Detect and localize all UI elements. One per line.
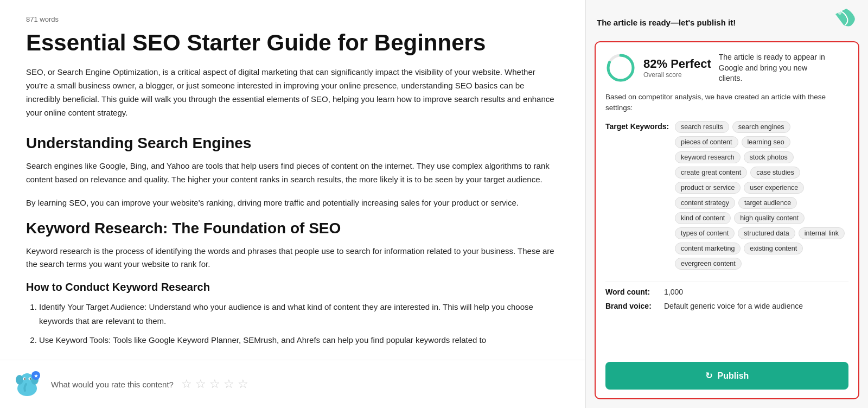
svg-text:★: ★ bbox=[34, 373, 39, 379]
keyword-tag: kind of content bbox=[675, 212, 731, 224]
mascot-icon: ★ bbox=[11, 368, 43, 400]
score-label: Overall score bbox=[643, 71, 711, 79]
brand-voice-label: Brand voice: bbox=[605, 302, 660, 310]
keyword-tag: create great content bbox=[675, 167, 747, 178]
star-2[interactable]: ☆ bbox=[195, 377, 206, 391]
brand-voice-value: Default generic voice for a wide audienc… bbox=[664, 302, 803, 310]
keyword-tag: existing content bbox=[744, 243, 803, 254]
keyword-tag: types of content bbox=[675, 227, 735, 239]
word-count-row: Word count: 1,000 bbox=[605, 288, 848, 296]
score-row: 82% Perfect Overall score The article is… bbox=[605, 52, 848, 84]
svg-point-10 bbox=[838, 11, 841, 15]
divider bbox=[605, 282, 848, 282]
keyword-tag: content strategy bbox=[675, 197, 735, 209]
star-5[interactable]: ☆ bbox=[238, 377, 248, 391]
keyword-tag: search engines bbox=[732, 121, 790, 133]
article-panel: 871 words Essential SEO Starter Guide fo… bbox=[0, 0, 586, 408]
svg-point-6 bbox=[24, 378, 25, 379]
star-3[interactable]: ☆ bbox=[209, 377, 220, 391]
keywords-tags: search resultssearch enginespieces of co… bbox=[675, 121, 848, 270]
article-intro: SEO, or Search Engine Optimization, is a… bbox=[26, 66, 559, 119]
keyword-tag: product or service bbox=[675, 182, 741, 194]
keyword-list: Identify Your Target Audience: Understan… bbox=[26, 300, 559, 347]
keyword-tag: structured data bbox=[738, 227, 795, 239]
svg-point-7 bbox=[30, 378, 31, 379]
score-card: 82% Perfect Overall score The article is… bbox=[595, 41, 859, 399]
section1-para1: Search engines like Google, Bing, and Ya… bbox=[26, 160, 559, 187]
star-rating[interactable]: ☆ ☆ ☆ ☆ ☆ bbox=[181, 377, 248, 391]
section1-para2: By learning SEO, you can improve your we… bbox=[26, 196, 559, 210]
word-count: 871 words bbox=[26, 15, 559, 23]
score-info: 82% Perfect Overall score bbox=[643, 57, 711, 79]
section1-heading: Understanding Search Engines bbox=[26, 135, 559, 152]
star-1[interactable]: ☆ bbox=[181, 377, 192, 391]
banner: The article is ready—let's publish it! bbox=[586, 0, 868, 36]
keyword-tag: search results bbox=[675, 121, 729, 133]
keyword-tag: target audience bbox=[738, 197, 797, 209]
sidebar-panel: The article is ready—let's publish it! 8… bbox=[586, 0, 868, 408]
keyword-tag: content marketing bbox=[675, 243, 741, 254]
section2-para1: Keyword research is the process of ident… bbox=[26, 245, 559, 272]
star-4[interactable]: ☆ bbox=[224, 377, 234, 391]
analysis-intro: Based on competitor analysis, we have cr… bbox=[605, 92, 848, 114]
list-item-2: Use Keyword Tools: Tools like Google Key… bbox=[39, 333, 559, 347]
keywords-label: Target Keywords: bbox=[605, 121, 671, 131]
banner-decoration bbox=[825, 9, 857, 36]
publish-button[interactable]: ↻ Publish bbox=[605, 362, 848, 390]
keyword-tag: keyword research bbox=[675, 151, 741, 163]
publish-label: Publish bbox=[718, 371, 749, 381]
rating-bar: ★ What would you rate this content? ☆ ☆ … bbox=[0, 360, 585, 408]
section2-heading: Keyword Research: The Foundation of SEO bbox=[26, 220, 559, 237]
banner-text: The article is ready—let's publish it! bbox=[597, 18, 736, 27]
keyword-tag: pieces of content bbox=[675, 136, 738, 148]
rating-prompt: What would you rate this content? bbox=[51, 380, 174, 389]
keywords-row: Target Keywords: search resultssearch en… bbox=[605, 121, 848, 270]
svg-point-2 bbox=[16, 375, 23, 385]
subsection-heading: How to Conduct Keyword Research bbox=[26, 281, 559, 294]
keyword-tag: learning seo bbox=[742, 136, 790, 148]
article-title: Essential SEO Starter Guide for Beginner… bbox=[26, 30, 559, 56]
word-count-value: 1,000 bbox=[664, 288, 683, 296]
publish-icon: ↻ bbox=[705, 371, 712, 381]
keyword-tag: user experience bbox=[744, 182, 804, 194]
keyword-tag: high quality content bbox=[734, 212, 805, 224]
score-value: 82% Perfect bbox=[643, 57, 711, 71]
keyword-tag: internal link bbox=[799, 227, 845, 239]
score-description: The article is ready to appear in Google… bbox=[719, 52, 827, 84]
keyword-tag: case studies bbox=[750, 167, 800, 178]
keyword-tag: evergreen content bbox=[675, 258, 742, 270]
brand-voice-row: Brand voice: Default generic voice for a… bbox=[605, 302, 848, 310]
score-ring bbox=[605, 53, 636, 83]
keyword-tag: stock photos bbox=[744, 151, 794, 163]
word-count-label: Word count: bbox=[605, 288, 660, 296]
list-item-1: Identify Your Target Audience: Understan… bbox=[39, 300, 559, 328]
